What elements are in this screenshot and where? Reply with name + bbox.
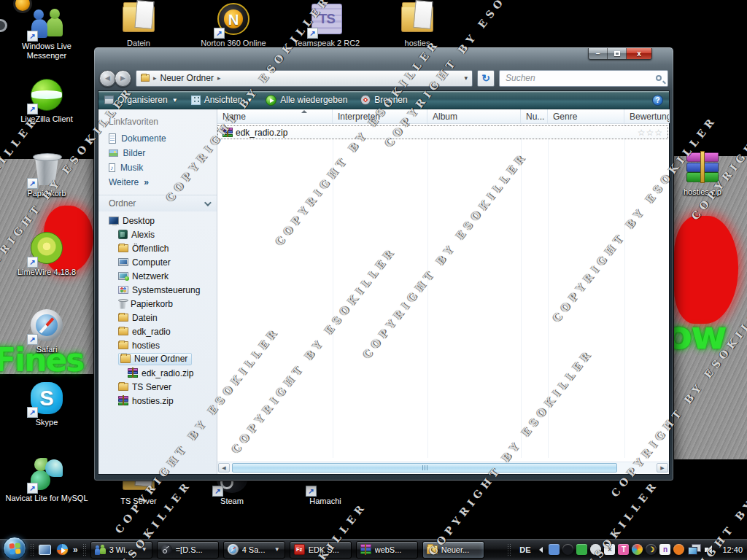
desktop-icon-limewire[interactable]: ↗LimeWire 4.18.8 [4,230,89,277]
column-gridline [521,124,522,458]
favorite-link-musik[interactable]: ♪Musik [98,160,217,175]
breadcrumb-location[interactable]: Neuer Ordner [160,73,214,83]
breadcrumb-arrow[interactable]: ▸ [217,74,221,82]
tree-item-content: Papierkorb [118,299,173,309]
refresh-button[interactable]: ↻ [477,70,495,87]
agent-sphere-tray-icon[interactable] [590,544,601,555]
tree-item-content: edk_radio.zip [128,368,193,378]
quicklaunch-overflow-chevron[interactable]: » [73,545,78,555]
start-button[interactable] [3,537,26,560]
file-list-area[interactable]: NameInterpretenAlbumNu...GenreBewertung … [217,109,669,474]
tree-item-edk_radio[interactable]: edk_radio [98,324,217,338]
column-header-bewertung[interactable]: Bewertung [624,109,670,123]
tree-item-öffentlich[interactable]: Öffentlich [98,241,217,255]
column-header-nu[interactable]: Nu... [521,109,548,123]
taskbar-button-webs[interactable]: webS... [356,541,418,559]
desktop-icon-safari[interactable]: ↗Safari [4,308,89,354]
search-icon[interactable] [656,75,662,81]
desktop-icon-hosties[interactable]: hosties [375,1,460,48]
t-online-tray-icon[interactable]: T [618,544,629,555]
desktop-icon-teamspeak-2-rc2[interactable]: ↗Teamspeak 2 RC2 [285,1,369,48]
tray-collapse-chevron[interactable] [539,547,543,553]
favorite-link-dokumente[interactable]: Dokumente [98,131,217,146]
volume-tray-icon[interactable] [705,545,716,555]
taskbar-clock[interactable]: 12:40 [722,545,743,554]
steam-icon [161,544,172,555]
tree-item-hosties-zip[interactable]: hosties.zip [98,394,217,408]
tree-item-neuer-ordner[interactable]: Neuer Ordner [98,352,217,366]
scrollbar-track[interactable] [231,463,656,472]
toolbar-ansichten-button[interactable]: Ansichten▼ [191,95,253,105]
column-header-album[interactable]: Album [427,109,521,123]
taskbar-button-3wi[interactable]: 3 Wi...▼ [90,541,152,559]
tree-item-netzwerk[interactable]: Netzwerk [98,269,217,283]
desktop-icon-image: ↗ [29,152,64,187]
desktop-icon-datein[interactable]: Datein [96,1,181,48]
help-button[interactable]: ? [652,95,663,106]
column-header-interpreten[interactable]: Interpreten [333,109,427,123]
toolbar-item-label: Alle wiedergeben [280,95,347,105]
toolbar-organisieren-button[interactable]: Organisieren▼ [104,95,178,105]
views-icon [191,96,201,105]
desktop-icon-windows-live-messenger[interactable]: ↗Windows Live Messenger [4,4,89,61]
desktop-icon-navicat-lite-for-mysql[interactable]: ↗Navicat Lite for MySQL [4,456,89,503]
search-input[interactable]: Suchen [499,70,668,87]
scroll-left-button[interactable]: ◀ [218,463,230,472]
show-desktop-button[interactable] [37,542,52,557]
address-breadcrumb[interactable]: ▸ Neuer Ordner ▸ ▾ [136,70,473,87]
orange-app-tray-icon[interactable] [673,544,684,555]
desktop-icon-papierkorb[interactable]: ↗Papierkorb [4,152,89,198]
minimize-button[interactable]: – [589,48,608,59]
tree-item-content: hosties.zip [118,396,174,406]
media-player-button[interactable] [55,542,69,557]
taskbar-button-neuer[interactable]: Neuer... [422,541,484,559]
taskbar-button-edks[interactable]: FzEDK S... [290,541,352,559]
window-titlebar[interactable]: – x [98,48,670,66]
scrollbar-thumb[interactable] [232,463,617,472]
forward-button[interactable]: ▶ [115,70,131,87]
column-gridline [427,124,428,458]
language-indicator[interactable]: DE [519,545,530,554]
folders-header[interactable]: Ordner [98,195,217,211]
rating-stars[interactable]: ☆☆☆ [638,128,667,138]
toolbar-alle-wiedergeben-button[interactable]: Alle wiedergeben [266,95,347,106]
tree-item-ts-server[interactable]: TS Server [98,380,217,394]
desktop-icon-skype[interactable]: ↗Skype [4,381,89,427]
maximize-button[interactable] [608,48,627,59]
favorite-link-bilder[interactable]: Bilder [98,146,217,160]
tree-item-datein[interactable]: Datein [98,311,217,324]
file-row-edk_radio-zip[interactable]: edk_radio.zip☆☆☆ [218,126,667,139]
tree-item-alexis[interactable]: Alexis [98,228,217,241]
close-button[interactable]: x [627,48,651,59]
taskbar-button-label: EDK S... [309,545,347,554]
wallpaper-green-text-right: ow [665,312,726,358]
network-tray-icon[interactable] [688,544,701,555]
taskbar-button-4sa[interactable]: 4 Sa...▼ [223,541,285,559]
toolbar-brennen-button[interactable]: Brennen [360,95,407,105]
column-header-genre[interactable]: Genre [548,109,624,123]
tree-item-label: Datein [132,313,158,323]
moon-tray-icon[interactable]: ☽ [646,544,657,555]
address-dropdown-icon[interactable]: ▾ [464,74,468,82]
navicat-tray-icon[interactable]: n [659,544,670,555]
favorite-link-weitere[interactable]: Weitere» [98,175,217,190]
scroll-right-button[interactable]: ▶ [657,463,668,472]
taskbar-button-ds[interactable]: =[D.S... [157,541,219,559]
tree-item-papierkorb[interactable]: Papierkorb [98,297,217,311]
tree-item-edk_radio-zip[interactable]: edk_radio.zip [98,366,217,380]
tree-item-systemsteuerung[interactable]: Systemsteuerung [98,283,217,297]
tree-item-hosties[interactable]: hosties [98,338,217,352]
x-app-tray-icon[interactable]: × [604,544,615,555]
desktop-icon-image: ↗ [29,77,64,112]
swirl-tray-icon[interactable] [632,544,643,555]
livezilla-tray-icon[interactable] [549,544,560,555]
back-button[interactable]: ◀ [99,70,116,87]
desktop-icon-norton-360-online[interactable]: ↗Norton 360 Online [191,1,276,48]
tree-item-computer[interactable]: Computer [98,255,217,269]
desktop-icon-livezilla-client[interactable]: ↗LiveZilla Client [4,77,89,124]
column-header-name[interactable]: Name [217,109,333,123]
steam-tray-icon[interactable] [562,544,573,555]
tree-item-desktop[interactable]: Desktop [98,214,217,228]
hamachi-tray-icon[interactable] [576,544,587,555]
maximize-icon [614,51,620,56]
